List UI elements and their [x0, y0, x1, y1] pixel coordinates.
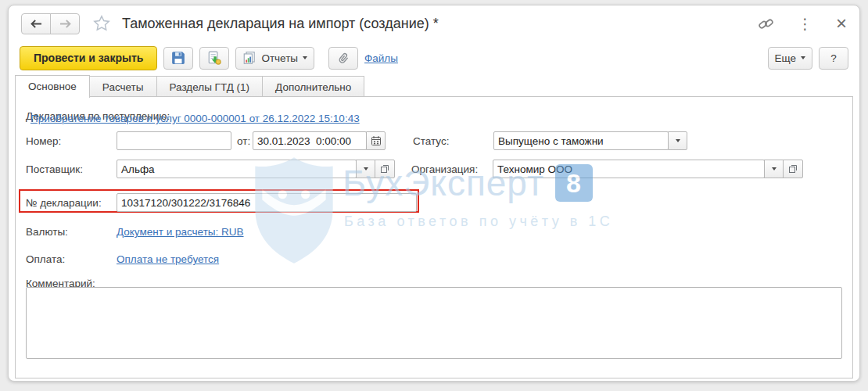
dropdown-arrow-icon — [801, 56, 805, 59]
currencies-label: Валюты: — [26, 226, 68, 238]
forward-button[interactable] — [50, 13, 80, 34]
form-row-declaration-number: № декларации: — [26, 193, 842, 212]
tab-raschety[interactable]: Расчеты — [89, 76, 157, 97]
chevron-down-icon — [364, 167, 368, 170]
tab-bar: Основное Расчеты Разделы ГТД (1) Дополни… — [15, 75, 364, 97]
kebab-menu-icon[interactable]: ⋮ — [798, 16, 812, 31]
organization-dropdown-button[interactable] — [764, 160, 784, 178]
date-input[interactable] — [253, 131, 367, 150]
organization-input[interactable] — [493, 160, 765, 178]
supplier-open-button[interactable] — [375, 160, 395, 178]
paperclip-icon — [334, 48, 353, 67]
close-icon[interactable]: × — [836, 14, 847, 33]
post-and-close-button[interactable]: Провести и закрыть — [20, 46, 157, 70]
status-label: Статус: — [413, 135, 449, 147]
calendar-button[interactable] — [366, 131, 386, 150]
number-input[interactable] — [117, 131, 231, 150]
declaration-number-label: № декларации: — [26, 197, 102, 209]
post-document-icon — [207, 51, 221, 65]
number-label: Номер: — [26, 135, 61, 147]
form-row-supplier-organization: Поставщик: Организация: — [26, 160, 842, 178]
get-link-icon[interactable] — [758, 16, 774, 32]
supplier-label: Поставщик: — [26, 163, 83, 175]
back-arrow-icon — [30, 20, 42, 28]
dropdown-arrow-icon — [303, 56, 307, 59]
tab-razdely-gtd[interactable]: Разделы ГТД (1) — [156, 76, 264, 97]
files-link[interactable]: Файлы — [364, 52, 398, 64]
tab-dopolnitelno[interactable]: Дополнительно — [262, 76, 364, 97]
supplier-dropdown-button[interactable] — [356, 160, 375, 178]
organization-label: Организация: — [411, 163, 478, 175]
organization-open-button[interactable] — [783, 160, 803, 178]
open-picker-icon — [788, 164, 798, 174]
status-input[interactable] — [493, 131, 669, 150]
favorite-star-icon[interactable] — [92, 14, 111, 33]
tab-osnovnoe[interactable]: Основное — [15, 75, 90, 98]
declaration-source-link[interactable]: Приобретение товаров и услуг 0000-000001… — [30, 113, 360, 124]
back-button[interactable] — [21, 13, 51, 34]
form-row-number-date-status: Номер: от: Статус: — [26, 131, 842, 150]
more-button[interactable]: Еще — [768, 47, 812, 70]
reports-icon — [242, 51, 256, 65]
currencies-link[interactable]: Документ и расчеты: RUB — [117, 226, 244, 238]
titlebar-controls: ⋮ × — [758, 14, 847, 33]
forward-arrow-icon — [59, 20, 71, 28]
comment-textarea[interactable] — [26, 287, 842, 359]
calendar-icon — [371, 135, 382, 146]
chevron-down-icon — [676, 139, 680, 142]
declaration-number-input[interactable] — [117, 193, 417, 212]
chevron-down-icon — [772, 167, 777, 170]
payment-label: Оплата: — [26, 253, 65, 265]
form-row-payment: Оплата: Оплата не требуется — [26, 249, 842, 268]
save-button[interactable] — [163, 47, 193, 70]
toolbar: Провести и закрыть Отчеты Файлы Еще ? — [9, 43, 859, 73]
more-label: Еще — [775, 52, 796, 64]
status-dropdown-button[interactable] — [668, 131, 687, 150]
save-icon — [171, 51, 185, 65]
date-from-label: от: — [237, 135, 250, 147]
open-picker-icon — [380, 164, 389, 174]
form-row-currencies: Валюты: Документ и расчеты: RUB — [26, 222, 842, 241]
reports-button[interactable]: Отчеты — [235, 47, 314, 70]
tab-panel-main: Декларация по поступлению: Приобретение … — [15, 96, 853, 378]
post-button[interactable] — [199, 47, 229, 70]
payment-link[interactable]: Оплата не требуется — [117, 253, 219, 265]
help-button[interactable]: ? — [819, 47, 848, 70]
titlebar: Таможенная декларация на импорт (создани… — [9, 5, 859, 41]
supplier-input[interactable] — [117, 160, 357, 178]
page-title: Таможенная декларация на импорт (создани… — [122, 16, 439, 32]
history-nav — [21, 13, 80, 34]
attach-button[interactable] — [328, 47, 358, 70]
form-row-declaration: Декларация по поступлению: Приобретение … — [26, 109, 842, 123]
reports-label: Отчеты — [261, 52, 298, 64]
document-window: Таможенная декларация на импорт (создани… — [8, 5, 860, 382]
